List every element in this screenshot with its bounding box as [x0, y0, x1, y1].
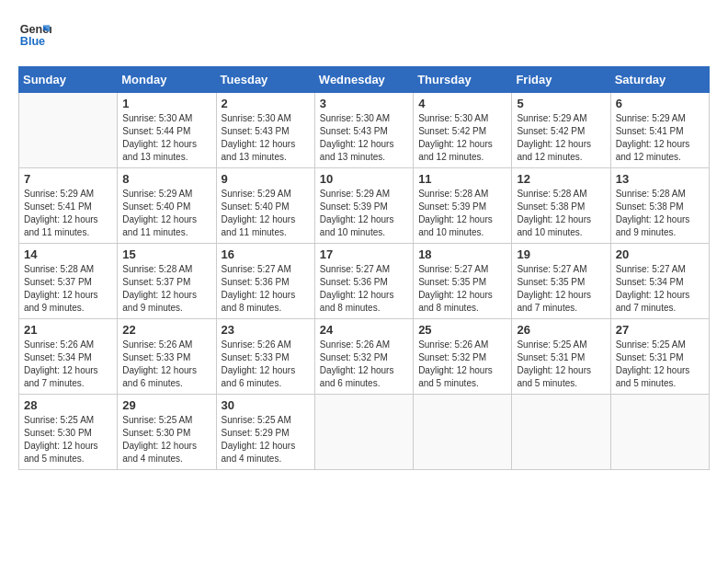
day-number: 6 [616, 97, 704, 110]
calendar-cell: 12Sunrise: 5:28 AMSunset: 5:38 PMDayligh… [512, 168, 610, 244]
day-number: 9 [222, 172, 310, 186]
day-number: 29 [122, 398, 210, 412]
calendar-cell: 14Sunrise: 5:28 AMSunset: 5:37 PMDayligh… [19, 244, 118, 319]
day-number: 15 [122, 247, 210, 261]
day-info: Sunrise: 5:25 AMSunset: 5:31 PMDaylight:… [616, 339, 704, 390]
calendar-cell: 15Sunrise: 5:28 AMSunset: 5:37 PMDayligh… [118, 244, 216, 319]
calendar-cell [314, 395, 413, 470]
day-number: 3 [320, 97, 408, 110]
day-info: Sunrise: 5:25 AMSunset: 5:29 PMDaylight:… [222, 414, 310, 465]
day-info: Sunrise: 5:28 AMSunset: 5:39 PMDaylight:… [418, 188, 506, 239]
day-info: Sunrise: 5:25 AMSunset: 5:31 PMDaylight:… [517, 339, 605, 390]
day-info: Sunrise: 5:30 AMSunset: 5:44 PMDaylight:… [122, 112, 210, 164]
calendar-cell: 23Sunrise: 5:26 AMSunset: 5:33 PMDayligh… [216, 319, 314, 395]
day-info: Sunrise: 5:26 AMSunset: 5:33 PMDaylight:… [222, 339, 310, 390]
day-info: Sunrise: 5:25 AMSunset: 5:30 PMDaylight:… [24, 414, 112, 465]
day-number: 26 [517, 323, 605, 337]
day-number: 18 [418, 247, 506, 261]
calendar-week-row: 21Sunrise: 5:26 AMSunset: 5:34 PMDayligh… [19, 319, 710, 395]
header-sunday: Sunday [19, 67, 118, 93]
day-info: Sunrise: 5:29 AMSunset: 5:41 PMDaylight:… [24, 188, 112, 239]
header-monday: Monday [118, 67, 216, 93]
day-number: 23 [222, 323, 310, 337]
calendar-cell: 10Sunrise: 5:29 AMSunset: 5:39 PMDayligh… [314, 168, 413, 244]
calendar-cell: 22Sunrise: 5:26 AMSunset: 5:33 PMDayligh… [118, 319, 216, 395]
page-header: General Blue [18, 18, 710, 52]
calendar-cell [512, 395, 610, 470]
day-info: Sunrise: 5:27 AMSunset: 5:35 PMDaylight:… [517, 263, 605, 315]
header-thursday: Thursday [414, 67, 512, 93]
day-number: 24 [320, 323, 408, 337]
logo-icon: General Blue [18, 18, 51, 52]
header-wednesday: Wednesday [314, 67, 413, 93]
day-number: 11 [418, 172, 506, 186]
day-info: Sunrise: 5:27 AMSunset: 5:34 PMDaylight:… [616, 263, 704, 315]
calendar-cell: 21Sunrise: 5:26 AMSunset: 5:34 PMDayligh… [19, 319, 118, 395]
calendar-cell: 25Sunrise: 5:26 AMSunset: 5:32 PMDayligh… [414, 319, 512, 395]
calendar-cell [19, 93, 118, 168]
day-info: Sunrise: 5:26 AMSunset: 5:34 PMDaylight:… [24, 339, 112, 390]
header-tuesday: Tuesday [216, 67, 314, 93]
calendar-cell: 13Sunrise: 5:28 AMSunset: 5:38 PMDayligh… [610, 168, 709, 244]
calendar-cell: 20Sunrise: 5:27 AMSunset: 5:34 PMDayligh… [610, 244, 709, 319]
day-info: Sunrise: 5:30 AMSunset: 5:43 PMDaylight:… [320, 112, 408, 164]
day-info: Sunrise: 5:28 AMSunset: 5:37 PMDaylight:… [24, 263, 112, 315]
day-number: 1 [122, 97, 210, 110]
day-number: 7 [24, 172, 112, 186]
day-info: Sunrise: 5:29 AMSunset: 5:40 PMDaylight:… [122, 188, 210, 239]
calendar-cell: 2Sunrise: 5:30 AMSunset: 5:43 PMDaylight… [216, 93, 314, 168]
calendar-week-row: 28Sunrise: 5:25 AMSunset: 5:30 PMDayligh… [19, 395, 710, 470]
day-info: Sunrise: 5:28 AMSunset: 5:38 PMDaylight:… [517, 188, 605, 239]
calendar-cell: 24Sunrise: 5:26 AMSunset: 5:32 PMDayligh… [314, 319, 413, 395]
day-number: 16 [222, 247, 310, 261]
calendar-cell: 18Sunrise: 5:27 AMSunset: 5:35 PMDayligh… [414, 244, 512, 319]
header-saturday: Saturday [610, 67, 709, 93]
calendar-cell: 29Sunrise: 5:25 AMSunset: 5:30 PMDayligh… [118, 395, 216, 470]
calendar-header-row: SundayMondayTuesdayWednesdayThursdayFrid… [19, 67, 710, 93]
calendar-cell: 16Sunrise: 5:27 AMSunset: 5:36 PMDayligh… [216, 244, 314, 319]
day-info: Sunrise: 5:30 AMSunset: 5:42 PMDaylight:… [418, 112, 506, 164]
day-info: Sunrise: 5:28 AMSunset: 5:37 PMDaylight:… [122, 263, 210, 315]
calendar-cell: 27Sunrise: 5:25 AMSunset: 5:31 PMDayligh… [610, 319, 709, 395]
day-info: Sunrise: 5:30 AMSunset: 5:43 PMDaylight:… [222, 112, 310, 164]
calendar-cell: 7Sunrise: 5:29 AMSunset: 5:41 PMDaylight… [19, 168, 118, 244]
day-info: Sunrise: 5:25 AMSunset: 5:30 PMDaylight:… [122, 414, 210, 465]
day-info: Sunrise: 5:29 AMSunset: 5:41 PMDaylight:… [616, 112, 704, 164]
calendar-cell: 11Sunrise: 5:28 AMSunset: 5:39 PMDayligh… [414, 168, 512, 244]
header-friday: Friday [512, 67, 610, 93]
day-number: 25 [418, 323, 506, 337]
calendar-table: SundayMondayTuesdayWednesdayThursdayFrid… [18, 66, 710, 470]
day-info: Sunrise: 5:29 AMSunset: 5:42 PMDaylight:… [517, 112, 605, 164]
day-number: 10 [320, 172, 408, 186]
calendar-cell: 26Sunrise: 5:25 AMSunset: 5:31 PMDayligh… [512, 319, 610, 395]
calendar-cell: 5Sunrise: 5:29 AMSunset: 5:42 PMDaylight… [512, 93, 610, 168]
day-number: 13 [616, 172, 704, 186]
day-info: Sunrise: 5:26 AMSunset: 5:32 PMDaylight:… [418, 339, 506, 390]
calendar-cell: 28Sunrise: 5:25 AMSunset: 5:30 PMDayligh… [19, 395, 118, 470]
svg-text:Blue: Blue [20, 35, 45, 48]
calendar-cell [414, 395, 512, 470]
day-info: Sunrise: 5:28 AMSunset: 5:38 PMDaylight:… [616, 188, 704, 239]
day-number: 19 [517, 247, 605, 261]
day-number: 21 [24, 323, 112, 337]
day-number: 22 [122, 323, 210, 337]
calendar-cell: 4Sunrise: 5:30 AMSunset: 5:42 PMDaylight… [414, 93, 512, 168]
calendar-cell: 19Sunrise: 5:27 AMSunset: 5:35 PMDayligh… [512, 244, 610, 319]
logo: General Blue [18, 18, 51, 52]
day-info: Sunrise: 5:29 AMSunset: 5:39 PMDaylight:… [320, 188, 408, 239]
day-number: 27 [616, 323, 704, 337]
day-number: 20 [616, 247, 704, 261]
day-number: 12 [517, 172, 605, 186]
day-number: 28 [24, 398, 112, 412]
day-info: Sunrise: 5:27 AMSunset: 5:36 PMDaylight:… [320, 263, 408, 315]
calendar-cell: 6Sunrise: 5:29 AMSunset: 5:41 PMDaylight… [610, 93, 709, 168]
calendar-week-row: 7Sunrise: 5:29 AMSunset: 5:41 PMDaylight… [19, 168, 710, 244]
day-number: 2 [222, 97, 310, 110]
calendar-cell: 9Sunrise: 5:29 AMSunset: 5:40 PMDaylight… [216, 168, 314, 244]
calendar-cell: 3Sunrise: 5:30 AMSunset: 5:43 PMDaylight… [314, 93, 413, 168]
calendar-cell [610, 395, 709, 470]
calendar-cell: 30Sunrise: 5:25 AMSunset: 5:29 PMDayligh… [216, 395, 314, 470]
day-number: 5 [517, 97, 605, 110]
calendar-week-row: 14Sunrise: 5:28 AMSunset: 5:37 PMDayligh… [19, 244, 710, 319]
day-info: Sunrise: 5:26 AMSunset: 5:33 PMDaylight:… [122, 339, 210, 390]
